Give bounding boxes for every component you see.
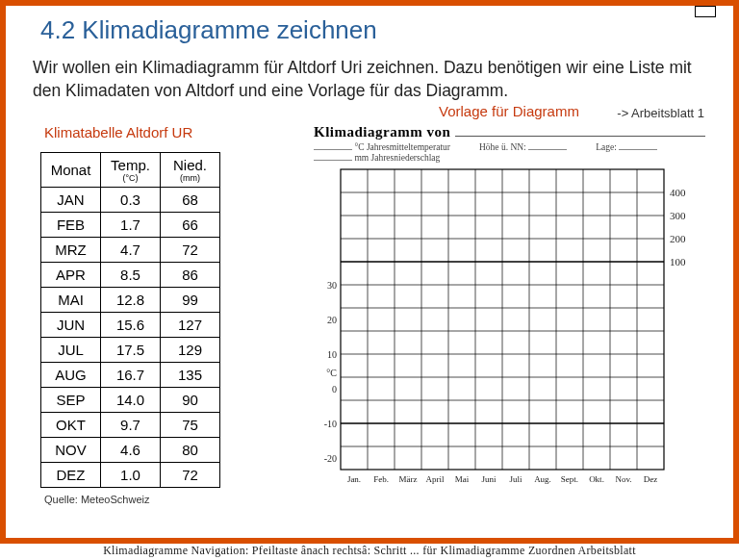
diagram-meta-row-2: mm Jahresniederschlag (314, 153, 714, 163)
cell-nied: 72 (161, 463, 220, 488)
cell-month: AUG (41, 363, 101, 388)
table-row: APR8.586 (41, 263, 220, 288)
cell-temp: 1.0 (101, 463, 161, 488)
cell-month: OKT (41, 413, 101, 438)
cell-nied: 72 (161, 238, 220, 263)
cell-nied: 99 (161, 288, 220, 313)
cell-nied: 90 (161, 388, 220, 413)
svg-text:Mai: Mai (455, 474, 470, 484)
cell-temp: 8.5 (101, 263, 161, 288)
cell-nied: 129 (161, 338, 220, 363)
page-indicator (695, 6, 716, 17)
th-nied-unit: (mm) (161, 174, 219, 183)
svg-text:April: April (426, 474, 445, 484)
svg-text:300: 300 (670, 210, 686, 221)
cell-temp: 4.7 (101, 238, 161, 263)
table-row: OKT9.775 (41, 413, 220, 438)
cell-temp: 4.6 (101, 438, 161, 463)
table-header-row: Monat Temp. (°C) Nied. (mm) (41, 153, 220, 188)
cell-month: APR (41, 263, 101, 288)
table-row: NOV4.680 (41, 438, 220, 463)
table-row: AUG16.7135 (41, 363, 220, 388)
cell-month: MRZ (41, 238, 101, 263)
table-row: FEB1.766 (41, 213, 220, 238)
cell-nied: 86 (161, 263, 220, 288)
meta-temp: °C Jahresmitteltemperatur (314, 142, 450, 152)
svg-text:-20: -20 (324, 453, 337, 464)
th-temp-label: Temp. (111, 157, 150, 173)
table-row: MAI12.899 (41, 288, 220, 313)
table-row: JUN15.6127 (41, 313, 220, 338)
table-caption: Klimatabelle Altdorf UR (44, 124, 294, 140)
th-nied-label: Nied. (173, 157, 207, 173)
svg-text:März: März (399, 474, 418, 484)
svg-text:100: 100 (670, 256, 686, 267)
table-source: Quelle: MeteoSchweiz (44, 494, 294, 505)
cell-nied: 75 (161, 413, 220, 438)
intro-text: Wir wollen ein Klimadiagramm für Altdorf… (33, 57, 706, 102)
diagram-title: Klimadiagramm von (314, 124, 714, 140)
cell-month: JAN (41, 188, 101, 213)
cell-month: FEB (41, 213, 101, 238)
meta-height: Höhe ü. NN: (479, 142, 567, 152)
svg-text:30: 30 (327, 280, 337, 291)
svg-text:°C: °C (326, 368, 337, 378)
table-row: MRZ4.772 (41, 238, 220, 263)
cell-nied: 66 (161, 213, 220, 238)
table-row: JAN0.368 (41, 188, 220, 213)
slide-frame: 4.2 Klimadiagramme zeichnen Wir wollen e… (0, 0, 739, 544)
grid-svg: 100200300400302010°C0-10-20Jan.Feb.MärzA… (314, 164, 708, 500)
page-title: 4.2 Klimadiagramme zeichnen (40, 15, 714, 45)
cell-nied: 68 (161, 188, 220, 213)
svg-text:Jan.: Jan. (347, 474, 361, 484)
svg-text:200: 200 (670, 233, 686, 244)
cell-temp: 16.7 (101, 363, 161, 388)
cell-temp: 12.8 (101, 288, 161, 313)
table-column: Klimatabelle Altdorf UR Monat Temp. (°C)… (25, 124, 294, 505)
cell-temp: 9.7 (101, 413, 161, 438)
cell-month: JUL (41, 338, 101, 363)
content-row: Klimatabelle Altdorf UR Monat Temp. (°C)… (25, 124, 714, 505)
th-nied: Nied. (mm) (161, 153, 220, 188)
svg-text:Juni: Juni (481, 474, 497, 484)
table-row: JUL17.5129 (41, 338, 220, 363)
table-row: DEZ1.072 (41, 463, 220, 488)
cell-month: NOV (41, 438, 101, 463)
th-temp-unit: (°C) (101, 174, 160, 183)
cell-month: SEP (41, 388, 101, 413)
cell-temp: 17.5 (101, 338, 161, 363)
meta-precip: mm Jahresniederschlag (314, 153, 440, 163)
svg-text:Juli: Juli (509, 474, 522, 484)
worksheet-reference: -> Arbeitsblatt 1 (25, 106, 704, 120)
meta-loc: Lage: (596, 142, 657, 152)
svg-text:400: 400 (670, 187, 686, 198)
cell-nied: 80 (161, 438, 220, 463)
svg-text:Aug.: Aug. (534, 474, 551, 484)
footer-caption: Klimadiagramme Navigation: Pfeiltaste ân… (0, 544, 739, 560)
cell-temp: 14.0 (101, 388, 161, 413)
svg-text:0: 0 (332, 384, 337, 395)
cell-temp: 1.7 (101, 213, 161, 238)
th-temp: Temp. (°C) (101, 153, 161, 188)
svg-text:Okt.: Okt. (589, 474, 604, 484)
diagram-meta-row-1: °C Jahresmitteltemperatur Höhe ü. NN: La… (314, 142, 714, 152)
footer-left: Klimadiagramme Navigation: Pfeiltaste ân… (103, 544, 420, 557)
cell-temp: 15.6 (101, 313, 161, 338)
svg-text:Dez: Dez (644, 474, 658, 484)
diagram-caption: Vorlage für Diagramm (439, 103, 579, 119)
svg-text:-10: -10 (324, 419, 337, 429)
climate-table: Monat Temp. (°C) Nied. (mm) JAN0.368FEB1… (40, 152, 220, 488)
table-row: SEP14.090 (41, 388, 220, 413)
diagram-title-blank (455, 127, 705, 137)
cell-month: JUN (41, 313, 101, 338)
diagram-column: Vorlage für Diagramm Klimadiagramm von °… (294, 124, 714, 500)
svg-text:Nov.: Nov. (615, 474, 631, 484)
svg-text:Feb.: Feb. (373, 474, 389, 484)
svg-text:20: 20 (327, 315, 337, 325)
cell-temp: 0.3 (101, 188, 161, 213)
footer-right: für Klimadiagramme Zuordnen Arbeitsblatt (422, 544, 636, 557)
svg-text:Sept.: Sept. (561, 474, 578, 484)
cell-month: DEZ (41, 463, 101, 488)
diagram-title-prefix: Klimadiagramm von (314, 124, 450, 140)
cell-nied: 135 (161, 363, 220, 388)
